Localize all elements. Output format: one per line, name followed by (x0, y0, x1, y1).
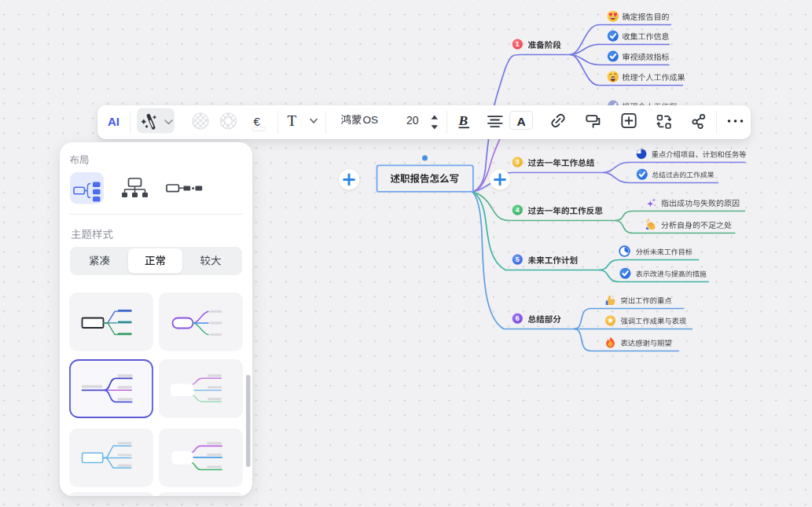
svg-text:1: 1 (516, 40, 520, 48)
svg-text:T: T (288, 112, 297, 129)
svg-text:B: B (458, 112, 468, 128)
svg-text:4: 4 (516, 206, 520, 214)
svg-text:6: 6 (516, 314, 520, 322)
svg-text:5: 5 (516, 255, 520, 263)
svg-text:AI: AI (108, 115, 119, 128)
svg-text:3: 3 (516, 158, 520, 166)
svg-text:A: A (517, 115, 526, 128)
svg-text:€: € (254, 115, 261, 128)
svg-text:OS: OS (363, 114, 379, 126)
svg-text:20: 20 (406, 114, 419, 127)
